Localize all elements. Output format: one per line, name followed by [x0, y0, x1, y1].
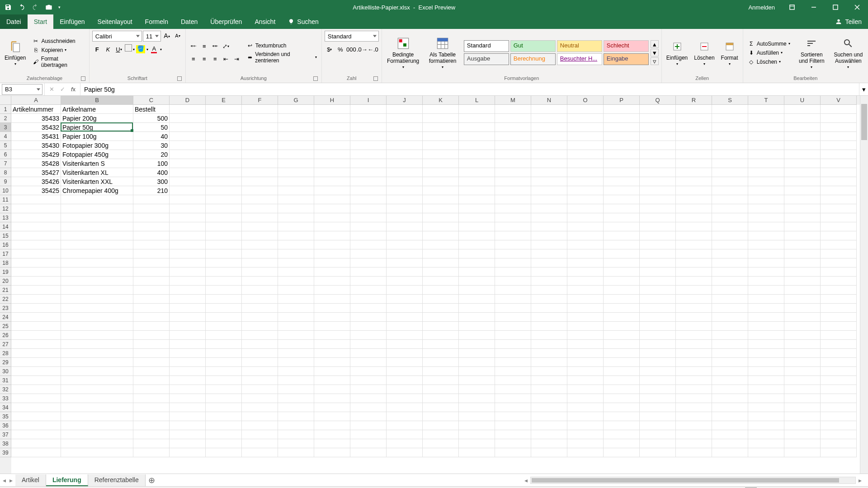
find-select-button[interactable]: Suchen und Auswählen▾ — [831, 35, 865, 70]
cell-H6[interactable] — [314, 150, 350, 159]
cell-F24[interactable] — [242, 313, 278, 322]
cell-N35[interactable] — [531, 412, 567, 421]
cell-F11[interactable] — [242, 195, 278, 204]
cell-F13[interactable] — [242, 213, 278, 222]
cell-I3[interactable] — [350, 123, 387, 132]
cell-A21[interactable] — [11, 286, 61, 295]
cell-D33[interactable] — [170, 394, 206, 403]
scroll-thumb[interactable] — [861, 104, 867, 140]
cell-N9[interactable] — [531, 177, 567, 186]
cell-style-besuchterh[interactable]: Besuchter H... — [557, 53, 602, 65]
cell-C22[interactable] — [133, 295, 170, 304]
cell-D38[interactable] — [170, 439, 206, 448]
cell-N25[interactable] — [531, 322, 567, 331]
row-header-30[interactable]: 30 — [0, 367, 11, 376]
cell-D5[interactable] — [170, 141, 206, 150]
col-header-F[interactable]: F — [242, 96, 278, 105]
clear-button[interactable]: ◇Löschen ▾ — [746, 58, 792, 66]
cell-K24[interactable] — [423, 313, 459, 322]
cell-N21[interactable] — [531, 286, 567, 295]
cell-E36[interactable] — [206, 421, 242, 430]
cell-C16[interactable] — [133, 240, 170, 249]
cell-L38[interactable] — [459, 439, 495, 448]
cell-K15[interactable] — [423, 231, 459, 240]
cell-K14[interactable] — [423, 222, 459, 231]
cell-H8[interactable] — [314, 168, 350, 177]
cell-B7[interactable]: Visitenkarten S — [61, 159, 133, 168]
cell-V18[interactable] — [821, 258, 857, 267]
cell-Q12[interactable] — [640, 204, 676, 213]
cell-C37[interactable] — [133, 430, 170, 439]
cell-S35[interactable] — [712, 412, 748, 421]
cell-J33[interactable] — [387, 394, 423, 403]
cell-H7[interactable] — [314, 159, 350, 168]
cell-A14[interactable] — [11, 222, 61, 231]
cell-A38[interactable] — [11, 439, 61, 448]
cell-E37[interactable] — [206, 430, 242, 439]
cell-J29[interactable] — [387, 358, 423, 367]
cell-G8[interactable] — [278, 168, 314, 177]
cell-L13[interactable] — [459, 213, 495, 222]
cell-S19[interactable] — [712, 267, 748, 277]
cell-L26[interactable] — [459, 331, 495, 340]
cell-F12[interactable] — [242, 204, 278, 213]
cell-D32[interactable] — [170, 385, 206, 394]
col-header-B[interactable]: B — [61, 96, 133, 105]
cell-A18[interactable] — [11, 258, 61, 267]
cell-N24[interactable] — [531, 313, 567, 322]
cell-C19[interactable] — [133, 267, 170, 277]
cell-E14[interactable] — [206, 222, 242, 231]
cell-H31[interactable] — [314, 376, 350, 385]
cell-Q34[interactable] — [640, 403, 676, 412]
delete-cells-button[interactable]: Löschen▾ — [692, 38, 716, 67]
cell-L12[interactable] — [459, 204, 495, 213]
cell-O10[interactable] — [567, 186, 604, 195]
tab-einfügen[interactable]: Einfügen — [53, 14, 91, 29]
cell-I6[interactable] — [350, 150, 387, 159]
cell-B13[interactable] — [61, 213, 133, 222]
cell-O11[interactable] — [567, 195, 604, 204]
cell-N29[interactable] — [531, 358, 567, 367]
cell-A2[interactable]: 35433 — [11, 114, 61, 123]
cell-S10[interactable] — [712, 186, 748, 195]
cell-V22[interactable] — [821, 295, 857, 304]
cell-N5[interactable] — [531, 141, 567, 150]
cell-J12[interactable] — [387, 204, 423, 213]
cell-I18[interactable] — [350, 258, 387, 267]
cell-E15[interactable] — [206, 231, 242, 240]
italic-button[interactable]: K — [103, 44, 113, 54]
cell-P29[interactable] — [604, 358, 640, 367]
cell-N8[interactable] — [531, 168, 567, 177]
cell-T22[interactable] — [748, 295, 784, 304]
cell-P25[interactable] — [604, 322, 640, 331]
cell-O15[interactable] — [567, 231, 604, 240]
cell-D13[interactable] — [170, 213, 206, 222]
cell-L5[interactable] — [459, 141, 495, 150]
cell-C2[interactable]: 500 — [133, 114, 170, 123]
cell-Q20[interactable] — [640, 277, 676, 286]
cell-H17[interactable] — [314, 249, 350, 258]
cell-L6[interactable] — [459, 150, 495, 159]
camera-button[interactable] — [42, 1, 55, 14]
cell-U10[interactable] — [784, 186, 821, 195]
cell-H16[interactable] — [314, 240, 350, 249]
cell-K11[interactable] — [423, 195, 459, 204]
sheet-tab-artikel[interactable]: Artikel — [15, 474, 46, 486]
insert-function-button[interactable]: fx — [69, 85, 77, 94]
cell-E18[interactable] — [206, 258, 242, 267]
cell-O38[interactable] — [567, 439, 604, 448]
row-header-37[interactable]: 37 — [0, 430, 11, 439]
cell-Q37[interactable] — [640, 430, 676, 439]
cell-K28[interactable] — [423, 349, 459, 358]
cell-V16[interactable] — [821, 240, 857, 249]
cell-L30[interactable] — [459, 367, 495, 376]
copy-button[interactable]: ⎘Kopieren ▾ — [30, 46, 86, 54]
cell-S12[interactable] — [712, 204, 748, 213]
cell-style-gut[interactable]: Gut — [510, 40, 556, 52]
cell-L34[interactable] — [459, 403, 495, 412]
cell-V33[interactable] — [821, 394, 857, 403]
cell-V24[interactable] — [821, 313, 857, 322]
cell-U5[interactable] — [784, 141, 821, 150]
thousands-button[interactable]: 000 — [346, 44, 356, 54]
shrink-font-button[interactable]: A▾ — [173, 31, 183, 41]
